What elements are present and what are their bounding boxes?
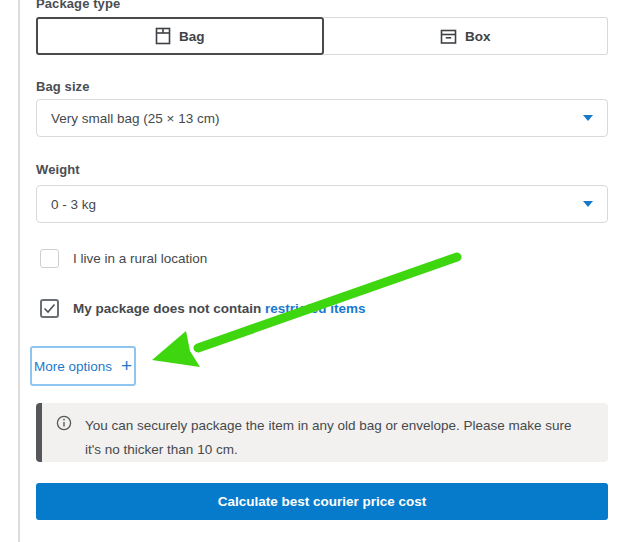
more-options-label: More options xyxy=(34,359,112,374)
restricted-items-label: My package does not contain restricted i… xyxy=(73,301,366,316)
rural-location-checkbox[interactable] xyxy=(40,249,59,268)
package-type-option-box[interactable]: Box xyxy=(324,17,609,55)
more-options-button[interactable]: More options + xyxy=(30,346,136,386)
bag-size-value: Very small bag (25 × 13 cm) xyxy=(51,111,583,126)
panel-left-divider xyxy=(18,0,20,542)
checkmark-icon xyxy=(43,303,56,314)
calculate-price-button[interactable]: Calculate best courier price cost xyxy=(36,483,608,520)
weight-value: 0 - 3 kg xyxy=(51,197,583,212)
bag-size-label: Bag size xyxy=(36,79,90,94)
package-type-option-bag[interactable]: Bag xyxy=(36,17,324,55)
bag-option-label: Bag xyxy=(179,29,205,44)
restricted-items-label-text: My package does not contain xyxy=(73,301,261,316)
restricted-items-link[interactable]: restricted items xyxy=(265,301,366,316)
bag-icon xyxy=(155,27,171,45)
chevron-down-icon xyxy=(583,115,593,121)
restricted-items-checkbox[interactable] xyxy=(40,299,59,318)
rural-location-label: I live in a rural location xyxy=(73,251,207,266)
bag-size-select[interactable]: Very small bag (25 × 13 cm) xyxy=(36,99,608,137)
box-icon xyxy=(440,28,457,45)
weight-label: Weight xyxy=(36,162,80,177)
info-banner: You can securely package the item in any… xyxy=(36,403,608,462)
info-banner-text: You can securely package the item in any… xyxy=(85,414,586,461)
rural-location-row: I live in a rural location xyxy=(40,249,207,268)
info-icon xyxy=(56,415,72,431)
package-type-label: Package type xyxy=(36,0,120,11)
box-option-label: Box xyxy=(465,29,491,44)
chevron-down-icon xyxy=(583,201,593,207)
plus-icon: + xyxy=(121,356,132,375)
package-type-toggle: Bag Box xyxy=(36,17,608,55)
restricted-items-row: My package does not contain restricted i… xyxy=(40,299,366,318)
weight-select[interactable]: 0 - 3 kg xyxy=(36,185,608,223)
